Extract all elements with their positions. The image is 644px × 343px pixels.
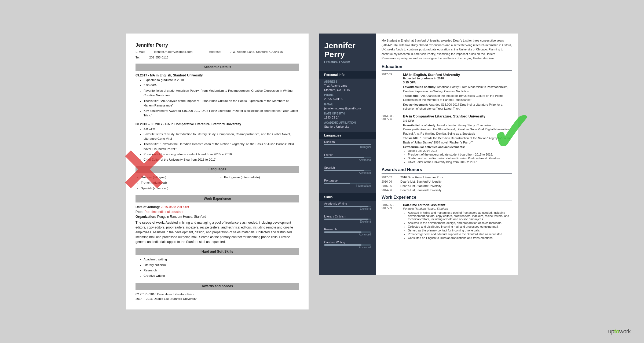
extra-item: Dean's List 2014-2016	[408, 149, 512, 152]
edu-bullet: Favorite fields of study: American Poetr…	[144, 88, 299, 98]
work-date: Date of Joining: 2015-06 to 2017-09	[136, 205, 299, 209]
work-bullet: Assisted in hiring and managing a pool o…	[408, 211, 512, 221]
skill-item: Literary criticism	[144, 263, 299, 267]
sidebar-first-name: Jennifer	[324, 41, 371, 50]
fields: Favorite fields of study: American Poetr…	[403, 85, 512, 93]
skills-header: Hard and Soft Skills	[136, 248, 299, 255]
work-bullet: Provided general and editorial support t…	[408, 233, 512, 236]
award-right-4: 2014-06 Dean's List, Stanford University	[382, 189, 512, 192]
thesis: Thesis title: "An Analysis of the Impact…	[403, 94, 512, 102]
award-1: 02.2017 - 2016 Drue Heinz Literature Pri…	[136, 292, 299, 297]
lang-spanish: Spanish Advanced	[319, 165, 376, 178]
gpa: 3.95 GPA	[403, 80, 512, 84]
left-name: Jennifer Perry	[136, 42, 299, 49]
awards-title: Awards and Honors	[382, 167, 512, 174]
work-scope: The scope of work: Assisted in hiring an…	[136, 220, 299, 244]
gpa2: 3.9 GPA	[403, 119, 512, 123]
lang-french: French Advanced	[319, 152, 376, 165]
work-org: Organization: Penguin Random House, Stan…	[136, 214, 299, 219]
lang-item: Russian (bilingual)	[141, 175, 216, 180]
edu-bullet: Thesis title: "An Analysis of the Impact…	[144, 99, 299, 108]
sidebar-title: Literature Theorist	[324, 60, 371, 64]
languages-header: Languages	[136, 166, 299, 173]
phone-field: Phone 202-555-0115	[319, 92, 376, 101]
lang-russian: Russian Billingual	[319, 139, 376, 152]
work-header: Work Experience	[136, 195, 299, 202]
edu-bullets-2: 3.9 GPA Favorite fields of study: Introd…	[144, 127, 299, 162]
personal-info-section: Personal Info	[319, 71, 376, 79]
edu-bullet: 3.9 GPA	[144, 127, 299, 131]
sidebar-name: Jennifer Perry Literature Theorist	[319, 34, 376, 68]
tel-label: Tel:	[136, 56, 140, 59]
email-value: jennifer.m.perry@gmail.com	[154, 50, 192, 53]
extra-bold: Extracurricular activities and achieveme…	[403, 145, 512, 149]
resume-right: Jennifer Perry Literature Theorist Perso…	[319, 34, 518, 275]
skills-section: Skills	[319, 193, 376, 201]
edu-bullet: Key achievement: Awarded $15,000 2017 Dr…	[144, 109, 299, 118]
left-tel: Tel: 202-555-0115	[136, 55, 299, 60]
education-title: Education	[382, 64, 512, 71]
work-right-1: 2015-06 - 2017-09 Part-time editorial as…	[382, 203, 512, 240]
extra-item: Started and ran a discussion club on Rus…	[408, 157, 512, 160]
lang-col-2: Portuguese (Intermediate)	[219, 175, 299, 191]
extra-item: Chief Editor of the University Blog from…	[408, 160, 512, 164]
edu-bullet: President of the undergraduate student b…	[144, 152, 299, 157]
affiliation-field: Academic Affiliation Stanford University	[319, 120, 376, 129]
award-2: 2014 – 2016 Dean's List, Stanford Univer…	[136, 297, 299, 301]
work-post: Post: Part-time editorial assistant	[136, 209, 299, 214]
work-entry: Date of Joining: 2015-06 to 2017-09 Post…	[136, 205, 299, 244]
award-right-3: 2015-06 Dean's List, Stanford University	[382, 184, 512, 187]
award-right-2: 2016-06 Dean's List, Stanford University	[382, 180, 512, 183]
edu-bullet: Chief Editor of the University Blog from…	[144, 157, 299, 162]
address-value: 7 W. Adams Lane, Stanford, CA 94116	[230, 50, 283, 53]
award-right-1: 2017-02 2016 Drue Heinz Literature Prize	[382, 176, 512, 179]
edu-entry-2: 08.2013 – 06.2017 - BA in Comparative Li…	[136, 122, 299, 162]
edu-bullet: Expected to graduate in 2018	[144, 78, 299, 82]
skill-item: Research	[144, 268, 299, 273]
work-title: Work Experience	[382, 195, 512, 201]
lang-item: Portuguese (Intermediate)	[224, 175, 299, 180]
left-contact: E-Mail: jennifer.m.perry@gmail.com Addre…	[136, 50, 299, 54]
edu-bullets-1: Expected to graduate in 2018 3.95 GPA Fa…	[144, 78, 299, 118]
work-bullet: Assisted in the development, design, and…	[408, 221, 512, 224]
extra-item: President of the undergraduate student b…	[408, 153, 512, 156]
skills-list: Academic writing Literary criticism Rese…	[136, 257, 299, 279]
edu-entry-1: 09.2017 - MA in English, Stanford Univer…	[136, 73, 299, 118]
lang-section: Russian (bilingual) French (advanced) Sp…	[136, 175, 299, 191]
lang-item: French (advanced)	[141, 180, 216, 185]
edu-right-2: 2013-08 - 2017-06 BA in Comparative Lita…	[382, 114, 512, 164]
work-bullet: Consulted on English to Russian translat…	[408, 236, 512, 239]
edu-bullet: Favorite fields of study: Introduction t…	[144, 132, 299, 141]
resume-left: Jennifer Perry E-Mail: jennifer.m.perry@…	[126, 34, 309, 309]
upwork-logo: uptowork	[608, 328, 631, 335]
summary: MA Student in English at Stanford Univer…	[382, 38, 512, 61]
skill-item: Academic writing	[144, 257, 299, 262]
edu-right-1: 2017-09 MA in English, Stanford Universi…	[382, 73, 512, 111]
awards-list: 2017-02 2016 Drue Heinz Literature Prize…	[382, 176, 512, 192]
work-bullet: Collected and distributed incoming mail …	[408, 225, 512, 228]
thesis2: Thesis title: "Towards the Derridian Dec…	[403, 136, 512, 145]
edu-title-1: 09.2017 - MA in English, Stanford Univer…	[136, 73, 299, 78]
skill-literary-criticism: Literary Criticism Excellent	[319, 214, 376, 227]
address-field: Address 7 W. Adams Lane Stanford, CA 941…	[319, 79, 376, 92]
main-content: MA Student in English at Stanford Univer…	[376, 34, 518, 275]
work-bullet: Served as the primary contact for incomi…	[408, 229, 512, 232]
skill-academic-writing: Academic Writing Excellent	[319, 201, 376, 214]
awards-header: Awards and honors	[136, 283, 299, 290]
awards-entry: 02.2017 - 2016 Drue Heinz Literature Pri…	[136, 292, 299, 301]
skill-item: Creative writing	[144, 274, 299, 278]
email-field: E-mail jennifer.m.perry@gmail.com	[319, 101, 376, 110]
lang-item: Spanish (advanced)	[141, 186, 216, 191]
achievement: Key achievement: Awarded $15,000 2017 Dr…	[403, 103, 512, 111]
lang-col-1: Russian (bilingual) French (advanced) Sp…	[136, 175, 216, 191]
extra-list: Dean's List 2014-2016 President of the u…	[408, 149, 512, 164]
fields2: Favorite fields of study: Introduction t…	[403, 123, 512, 136]
edu-title-2: 08.2013 – 06.2017 - BA in Comparative Li…	[136, 122, 299, 127]
email-label: E-Mail:	[136, 50, 145, 53]
address-label: Address:	[209, 50, 221, 53]
lang-portugese: Portugese Intermediate	[319, 178, 376, 191]
skill-research: Research Advanced	[319, 227, 376, 239]
edu-bullet: 3.95 GPA	[144, 83, 299, 88]
edu-bullet: Thesis title: "Towards the Derridian Dec…	[144, 142, 299, 151]
tel-value: 202-555-0115	[149, 56, 169, 59]
